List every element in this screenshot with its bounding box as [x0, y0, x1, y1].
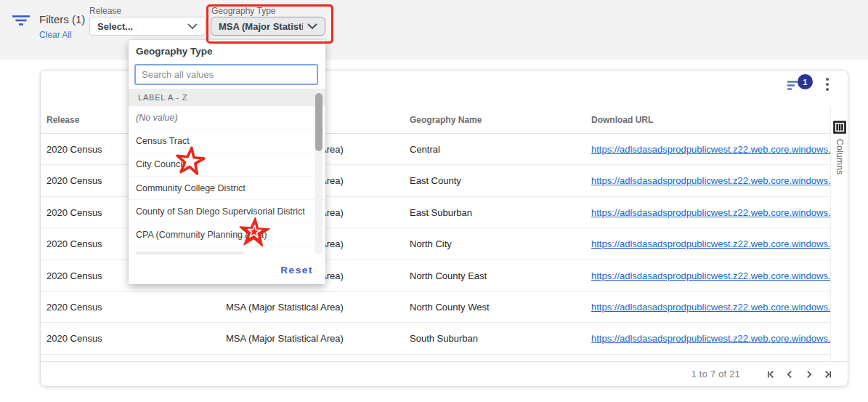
geography-type-select[interactable]: MSA (Major Statistical Ar...	[211, 17, 325, 36]
cell-release: 2020 Census	[46, 197, 102, 228]
cell-geography-name: East County	[410, 165, 461, 196]
clear-all-link[interactable]: Clear All	[39, 30, 72, 40]
release-select-value: Select...	[97, 21, 133, 32]
download-url-link[interactable]: https://adlsdasadsprodpublicwest.z22.web…	[591, 270, 830, 281]
cell-geography-name: North County West	[410, 292, 490, 323]
reset-button[interactable]: Reset	[280, 265, 313, 276]
filter-list-item[interactable]: CPA (Community Planning Area)	[129, 223, 325, 246]
geography-type-select-value: MSA (Major Statistical Ar...	[219, 21, 303, 32]
filter-panel-footer: Reset	[129, 257, 325, 284]
geography-type-field-label: Geography Type	[211, 6, 276, 16]
cell-geography-type: MSA (Major Statistical Area)	[226, 323, 344, 354]
filter-list-icon[interactable]	[12, 15, 31, 26]
cell-release: 2020 Census	[46, 134, 102, 165]
cell-geography-type: MSA (Major Statistical Area)	[226, 292, 344, 323]
cell-geography-name: North City	[410, 228, 452, 260]
release-field-label: Release	[89, 6, 121, 16]
release-select[interactable]: Select...	[89, 17, 206, 36]
filter-list-item[interactable]: Census Tract	[129, 129, 325, 153]
filter-count-badge: 1	[798, 74, 813, 89]
download-url-link[interactable]: https://adlsdasadsprodpublicwest.z22.web…	[591, 207, 830, 218]
scrollbar-track	[315, 90, 323, 254]
filter-list-section-label: LABEL A - Z	[129, 89, 325, 106]
header-release[interactable]: Release	[46, 106, 79, 134]
active-filters-icon[interactable]: 1	[787, 74, 815, 96]
table-row: 2020 Census MSA (Major Statistical Area)…	[41, 323, 830, 354]
filter-list-item[interactable]: Community College District	[129, 177, 325, 200]
clipped-list-item	[129, 247, 325, 256]
download-url-link[interactable]: https://adlsdasadsprodpublicwest.z22.web…	[591, 302, 830, 313]
header-geography-name[interactable]: Geography Name	[410, 106, 482, 134]
download-url-link[interactable]: https://adlsdasadsprodpublicwest.z22.web…	[591, 175, 830, 186]
scrollbar-thumb[interactable]	[315, 93, 323, 151]
cell-release: 2020 Census	[46, 323, 102, 354]
filter-list-item[interactable]: (No value)	[129, 106, 325, 129]
download-url-link[interactable]: https://adlsdasadsprodpublicwest.z22.web…	[591, 144, 830, 155]
cell-release: 2020 Census	[46, 260, 102, 292]
filter-value-list: LABEL A - Z (No value) Census Tract City…	[129, 89, 325, 256]
filter-panel-title: Geography Type	[136, 46, 213, 57]
cell-release: 2020 Census	[46, 228, 102, 260]
filter-list-item[interactable]: City Council	[129, 153, 325, 177]
chevron-down-icon	[307, 23, 317, 29]
cell-geography-name: North County East	[410, 260, 487, 292]
filter-list-item[interactable]: County of San Diego Supervisorial Distri…	[129, 200, 325, 223]
cell-geography-name: South Suburban	[410, 323, 478, 354]
last-page-button[interactable]	[823, 369, 835, 380]
pagination-bar: 1 to 7 of 21	[41, 361, 848, 387]
next-page-button[interactable]	[803, 369, 815, 380]
first-page-button[interactable]	[764, 369, 776, 380]
geography-type-filter-panel: Geography Type LABEL A - Z (No value) Ce…	[129, 40, 325, 284]
header-download-url[interactable]: Download URL	[591, 106, 653, 134]
filters-title: Filters (1)	[39, 13, 85, 25]
cell-release: 2020 Census	[46, 165, 102, 196]
download-url-link[interactable]: https://adlsdasadsprodpublicwest.z22.web…	[591, 333, 830, 344]
filter-search-input[interactable]	[134, 64, 318, 85]
cell-release: 2020 Census	[46, 292, 102, 323]
table-row: 2020 Census MSA (Major Statistical Area)…	[41, 292, 830, 323]
previous-page-button[interactable]	[784, 369, 795, 380]
cell-geography-name: Central	[410, 134, 440, 165]
columns-panel-label: Columns	[835, 139, 845, 174]
columns-icon	[833, 121, 846, 134]
columns-panel-tab[interactable]: Columns	[830, 106, 848, 361]
download-url-link[interactable]: https://adlsdasadsprodpublicwest.z22.web…	[591, 238, 830, 249]
cell-geography-name: East Suburban	[410, 197, 472, 228]
pagination-summary: 1 to 7 of 21	[691, 369, 740, 379]
more-options-menu-icon[interactable]	[822, 75, 832, 94]
chevron-down-icon	[187, 23, 198, 29]
